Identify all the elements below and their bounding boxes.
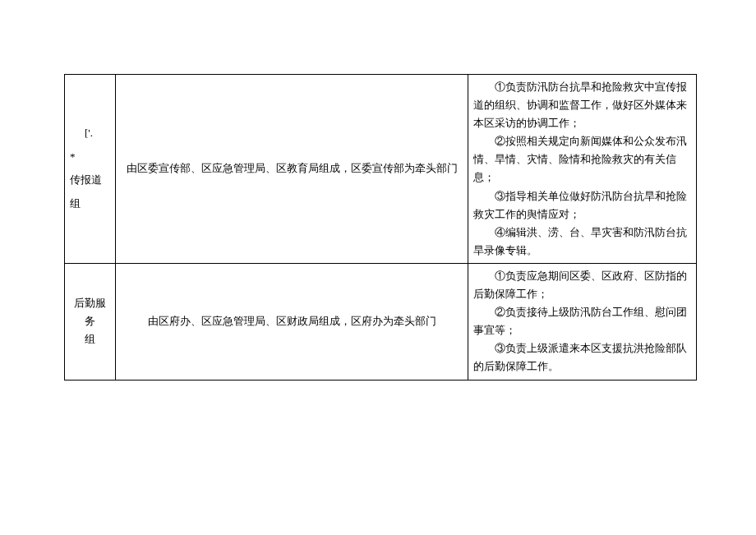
organization-duty-table: ['. * 传报道组 由区委宣传部、区应急管理局、区教育局组成，区委宣传部为牵头… [64, 74, 697, 380]
duty-item: ④编辑洪、涝、台、旱灾害和防汛防台抗旱录像专辑。 [473, 224, 691, 260]
composition-text: 由区府办、区应急管理局、区财政局组成，区府办为牵头部门 [148, 315, 436, 327]
cell-group-name: ['. * 传报道组 [65, 75, 116, 264]
name-fragment: * [70, 145, 110, 169]
duty-item: ③负责上级派遣来本区支援抗洪抢险部队的后勤保障工作。 [473, 339, 691, 376]
cell-composition: 由区委宣传部、区应急管理局、区教育局组成，区委宣传部为牵头部门 [115, 75, 468, 264]
table-row: ['. * 传报道组 由区委宣传部、区应急管理局、区教育局组成，区委宣传部为牵头… [65, 75, 697, 264]
duty-item: ③指导相关单位做好防汛防台抗旱和抢险救灾工作的舆情应对； [473, 187, 691, 224]
composition-text: 由区委宣传部、区应急管理局、区教育局组成，区委宣传部为牵头部门 [127, 162, 458, 174]
name-fragment: ['. [70, 122, 110, 145]
duty-item: ①负责防汛防台抗旱和抢险救灾中宣传报道的组织、协调和监督工作，做好区外媒体来本区… [473, 78, 691, 132]
cell-composition: 由区府办、区应急管理局、区财政局组成，区府办为牵头部门 [115, 263, 468, 380]
name-fragment: 后勤服务 [70, 294, 110, 330]
name-fragment: 传报道组 [70, 168, 110, 215]
duty-item: ②按照相关规定向新闻媒体和公众发布汛情、旱情、灾情、险情和抢险救灾的有关信息； [473, 132, 691, 187]
table-row: 后勤服务 组 由区府办、区应急管理局、区财政局组成，区府办为牵头部门 ①负责应急… [65, 263, 697, 380]
name-fragment: 组 [70, 330, 110, 348]
duty-item: ①负责应急期间区委、区政府、区防指的后勤保障工作； [473, 267, 691, 303]
duty-item: ②负责接待上级防汛防台工作组、慰问团事宜等； [473, 303, 691, 339]
cell-group-name: 后勤服务 组 [65, 263, 116, 380]
cell-duties: ①负责防汛防台抗旱和抢险救灾中宣传报道的组织、协调和监督工作，做好区外媒体来本区… [468, 75, 697, 264]
cell-duties: ①负责应急期间区委、区政府、区防指的后勤保障工作； ②负责接待上级防汛防台工作组… [468, 263, 697, 380]
